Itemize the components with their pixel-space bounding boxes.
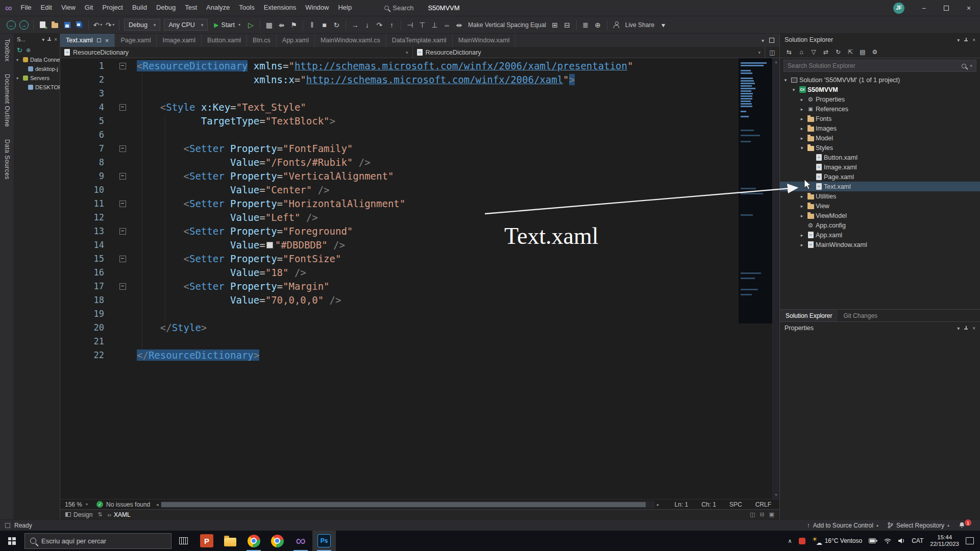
rail-tab-toolbox[interactable]: Toolbox — [4, 39, 11, 62]
fold-collapse-icon[interactable]: − — [119, 145, 126, 152]
fold-collapse-icon[interactable]: − — [119, 63, 126, 69]
tree-item-utilities[interactable]: ▸Utilities — [780, 191, 980, 201]
step-into-icon[interactable]: ↓ — [361, 19, 373, 31]
tab-btn-cs[interactable]: Btn.cs — [247, 34, 277, 47]
antivirus-tray-icon[interactable] — [799, 538, 805, 544]
photoshop-taskbar-button[interactable]: Ps — [312, 531, 336, 551]
collapse-all-icon[interactable]: ⇱ — [845, 47, 856, 57]
fold-collapse-icon[interactable]: − — [119, 256, 126, 262]
menu-git[interactable]: Git — [80, 0, 98, 16]
make-vertical-spacing-equal-label[interactable]: Make Vertical Spacing Equal — [468, 21, 546, 29]
visual-studio-taskbar-button[interactable]: ∞ — [289, 531, 312, 551]
menu-help[interactable]: Help — [333, 0, 356, 16]
tab-text-xaml[interactable]: Text.xaml× — [60, 34, 115, 47]
start-debugging-button[interactable]: ▶Start▾ — [210, 21, 244, 29]
chevron-down-icon[interactable]: ▾ — [957, 325, 960, 331]
tab-app-xaml[interactable]: App.xaml — [277, 34, 315, 47]
fold-collapse-icon[interactable]: − — [119, 283, 126, 290]
tree-item-fonts[interactable]: ▸Fonts — [780, 114, 980, 123]
quick-search[interactable]: Search — [384, 4, 413, 12]
fold-collapse-icon[interactable]: − — [119, 201, 126, 207]
xaml-view-tab[interactable]: ‹› XAML — [108, 511, 131, 518]
menu-analyze[interactable]: Analyze — [202, 0, 234, 16]
zoom-icon[interactable]: ⊕ — [592, 19, 604, 31]
live-visual-tree-icon[interactable]: ▦ — [263, 19, 275, 31]
menu-build[interactable]: Build — [128, 0, 152, 16]
tree-item-page-xaml[interactable]: ‹›Page.xaml — [780, 172, 980, 182]
avatar[interactable]: JF — [893, 3, 904, 14]
zoom-control[interactable]: 156 % ▾ — [60, 501, 92, 508]
open-file-icon[interactable] — [49, 19, 61, 31]
expander-collapsed-icon[interactable]: ▸ — [798, 233, 805, 238]
solution-explorer-search[interactable]: Search Solution Explorer ▾ — [783, 60, 976, 72]
switch-views-icon[interactable]: ⇆ — [783, 47, 795, 57]
powerpoint-taskbar-button[interactable]: P — [195, 531, 218, 551]
menu-tools[interactable]: Tools — [234, 0, 259, 16]
fold-collapse-icon[interactable]: − — [119, 173, 126, 180]
close-icon[interactable]: × — [105, 37, 109, 44]
chevron-down-icon[interactable]: ▾ — [957, 37, 960, 43]
expander-collapsed-icon[interactable]: ▸ — [798, 126, 805, 131]
solution-configurations-dropdown[interactable]: Debug▾ — [124, 19, 160, 31]
server-item-desktop-j[interactable]: desktop-j — [14, 64, 60, 73]
tab-image-xaml[interactable]: Image.xaml — [157, 34, 202, 47]
home-icon[interactable]: ⌂ — [796, 47, 807, 57]
expander-collapsed-icon[interactable]: ▸ — [798, 213, 805, 218]
tree-item-viewmodel[interactable]: ▸ViewModel — [780, 211, 980, 220]
expander-collapsed-icon[interactable]: ▸ — [798, 116, 805, 121]
minimap[interactable] — [739, 58, 772, 499]
tree-item-model[interactable]: ▸Model — [780, 133, 980, 143]
pin-icon[interactable] — [97, 38, 101, 42]
tree-item-styles[interactable]: ▾Styles — [780, 143, 980, 153]
menu-test[interactable]: Test — [180, 0, 202, 16]
start-without-debugging-icon[interactable]: ▷ — [245, 19, 257, 31]
tab-mainwindow-xaml[interactable]: MainWindow.xaml — [453, 34, 516, 47]
panel-tab-git-changes[interactable]: Git Changes — [838, 310, 883, 321]
tree-item-button-xaml[interactable]: ‹›Button.xaml — [780, 153, 980, 162]
refresh-icon[interactable]: ↻ — [17, 46, 22, 54]
expander-collapsed-icon[interactable]: ▸ — [798, 97, 805, 102]
menu-edit[interactable]: Edit — [36, 0, 57, 16]
expander-collapsed-icon[interactable]: ▸ — [798, 107, 805, 112]
restart-icon[interactable]: ↻ — [331, 19, 342, 31]
tree-item-mainwindow-xaml[interactable]: ▸‹›MainWindow.xaml — [780, 240, 980, 249]
scroll-up-icon[interactable]: ▲ — [774, 60, 778, 64]
chrome-taskbar-button[interactable] — [242, 531, 265, 551]
scroll-down-icon[interactable]: ▼ — [774, 493, 778, 497]
close-icon[interactable]: × — [54, 37, 57, 42]
pending-changes-filter-icon[interactable]: ▽ — [808, 47, 819, 57]
scroll-left-icon[interactable]: ◂ — [154, 502, 161, 507]
make-same-size-icon[interactable]: ⇔ — [441, 19, 453, 31]
expander-icon[interactable]: ▾ — [16, 76, 21, 81]
breadcrumb-element-dropdown[interactable]: ResourceDictionary ▾ — [60, 47, 413, 58]
horizontal-scrollbar[interactable] — [161, 501, 655, 508]
clock[interactable]: 15:44 22/11/2023 — [930, 534, 959, 548]
menu-debug[interactable]: Debug — [152, 0, 180, 16]
expander-expanded-icon[interactable]: ▾ — [790, 87, 797, 92]
save-icon[interactable] — [61, 19, 73, 31]
align-bottoms-icon[interactable]: ⊥ — [429, 19, 440, 31]
panel-tab-solution-explorer[interactable]: Solution Explorer — [780, 310, 838, 321]
weather-widget[interactable]: 16°C Ventoso — [812, 537, 863, 545]
bookmark-icon[interactable]: ⚑ — [288, 19, 300, 31]
task-view-button[interactable] — [172, 531, 195, 551]
snap-to-gridlines-icon[interactable]: ⊟ — [561, 19, 573, 31]
tree-item-app-config[interactable]: ⚙App.config — [780, 220, 980, 230]
menu-window[interactable]: Window — [301, 0, 333, 16]
tree-item-references[interactable]: ▸▣References — [780, 104, 980, 114]
show-hidden-icons-button[interactable]: ∧ — [788, 538, 792, 544]
server-item-servers[interactable]: ▾Servers — [14, 73, 60, 83]
rail-tab-data-sources[interactable]: Data Sources — [4, 139, 11, 180]
add-to-source-control-button[interactable]: ↑ Add to Source Control ▴ — [807, 522, 878, 529]
expander-collapsed-icon[interactable]: ▸ — [798, 136, 805, 141]
grid-lines-icon[interactable]: ⊞ — [549, 19, 561, 31]
pin-icon[interactable] — [964, 326, 968, 331]
tree-item-image-xaml[interactable]: ‹›Image.xaml — [780, 162, 980, 172]
tree-item-properties[interactable]: ▸⚙Properties — [780, 94, 980, 104]
stop-debugging-icon[interactable]: ■ — [318, 19, 330, 31]
file-explorer-taskbar-button[interactable] — [218, 531, 242, 551]
redo-icon[interactable]: ↷▾ — [104, 19, 116, 31]
document-list-dropdown-icon[interactable]: ▾ — [762, 38, 764, 43]
chevron-down-icon[interactable]: ▾ — [42, 37, 44, 42]
break-all-icon[interactable]: ‖ — [306, 19, 318, 31]
